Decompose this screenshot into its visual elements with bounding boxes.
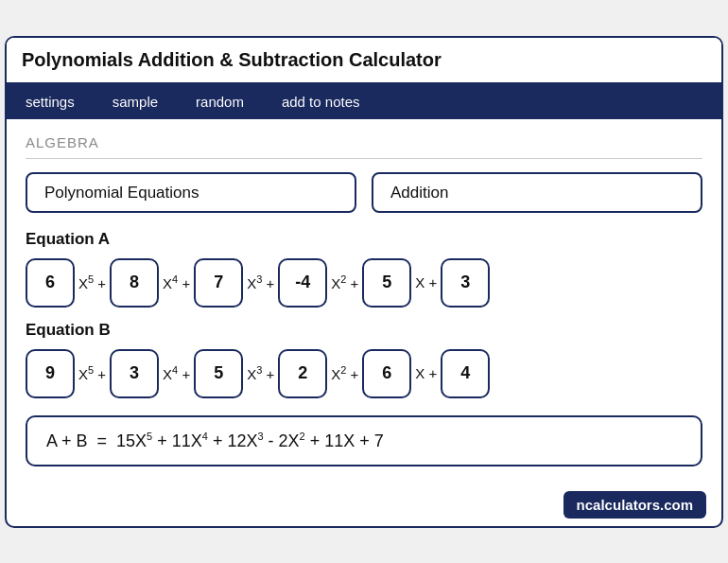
eq-a-power-0: X5 + [78,273,106,291]
tab-random[interactable]: random [177,84,263,119]
eq-a-power-2: X3 + [247,273,274,291]
section-label: ALGEBRA [26,134,702,159]
eq-b-coeff-2[interactable] [194,349,243,398]
result-box: A + B = 15X5 + 11X4 + 12X3 - 2X2 + 11X +… [26,415,702,466]
equation-a-label: Equation A [26,230,702,249]
result-text: A + B = 15X5 + 11X4 + 12X3 - 2X2 + 11X +… [46,431,384,450]
eq-b-coeff-1[interactable] [110,349,159,398]
page-title: Polynomials Addition & Subtraction Calcu… [22,49,706,71]
eq-b-coeff-5[interactable] [441,349,490,398]
dropdown-row: Polynomial Equations Linear Equations Qu… [26,172,702,213]
equation-a-inputs: X5 + X4 + X3 + X2 + X + [26,258,702,308]
tab-bar: settings sample random add to notes [7,84,721,119]
tab-add-to-notes[interactable]: add to notes [263,84,379,119]
eq-a-coeff-1[interactable] [110,258,159,308]
footer: ncalculators.com [7,482,721,526]
eq-a-coeff-4[interactable] [362,258,411,308]
eq-a-power-3: X2 + [331,273,358,291]
tab-settings[interactable]: settings [7,84,94,119]
equation-a-section: Equation A X5 + X4 + X3 + X2 + X + [26,230,702,308]
eq-a-coeff-5[interactable] [441,258,490,308]
eq-b-power-1: X4 + [163,364,190,382]
eq-a-coeff-0[interactable] [26,258,75,308]
eq-b-coeff-4[interactable] [362,349,411,398]
main-content: ALGEBRA Polynomial Equations Linear Equa… [7,119,721,482]
calculator-container: Polynomials Addition & Subtraction Calcu… [5,36,723,528]
eq-a-coeff-3[interactable] [278,258,327,308]
equation-b-section: Equation B X5 + X4 + X3 + X2 + X + [26,321,702,398]
polynomial-type-dropdown[interactable]: Polynomial Equations Linear Equations Qu… [26,172,356,213]
title-bar: Polynomials Addition & Subtraction Calcu… [7,38,721,84]
brand-badge: ncalculators.com [563,491,706,519]
dropdown-wrap-1: Polynomial Equations Linear Equations Qu… [26,172,356,213]
eq-a-coeff-2[interactable] [194,258,243,308]
equation-b-inputs: X5 + X4 + X3 + X2 + X + [26,349,702,398]
eq-b-power-4: X + [415,365,437,381]
dropdown-wrap-2: Addition Subtraction [372,172,702,213]
eq-b-power-0: X5 + [78,364,106,382]
tab-sample[interactable]: sample [94,84,177,119]
eq-b-power-3: X2 + [331,364,358,382]
eq-b-coeff-3[interactable] [278,349,327,398]
equation-b-label: Equation B [26,321,702,340]
eq-b-power-2: X3 + [247,364,274,382]
eq-a-power-4: X + [415,274,437,290]
eq-a-power-1: X4 + [163,273,190,291]
operation-dropdown[interactable]: Addition Subtraction [372,172,702,213]
eq-b-coeff-0[interactable] [26,349,75,398]
